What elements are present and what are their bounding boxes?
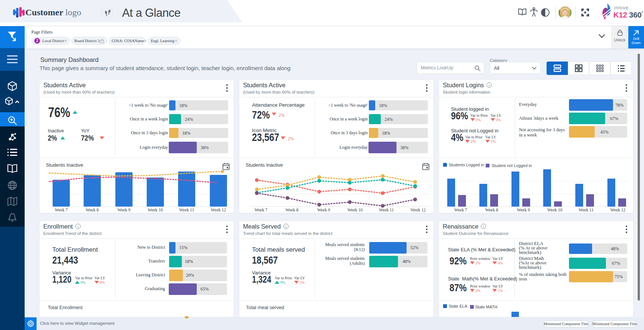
- svg-text:Week 11: Week 11: [579, 208, 594, 212]
- svg-text:Week 11: Week 11: [379, 208, 394, 212]
- svg-text:Week 11: Week 11: [179, 208, 194, 212]
- svg-text:Week 7: Week 7: [255, 208, 268, 212]
- svg-text:Week 12: Week 12: [211, 208, 226, 212]
- svg-text:Week 9: Week 9: [517, 208, 530, 212]
- svg-text:Week 10: Week 10: [547, 208, 563, 212]
- svg-text:Week 12: Week 12: [411, 208, 426, 212]
- svg-text:Week 9: Week 9: [317, 208, 330, 212]
- svg-text:Week 8: Week 8: [86, 208, 99, 212]
- svg-text:Week 7: Week 7: [55, 208, 68, 212]
- svg-text:Week 10: Week 10: [148, 208, 163, 212]
- svg-text:Week 10: Week 10: [348, 208, 363, 212]
- svg-text:Week 8: Week 8: [286, 208, 299, 212]
- svg-text:Week 7: Week 7: [454, 208, 467, 212]
- svg-text:Week 9: Week 9: [118, 208, 131, 212]
- svg-text:Week 8: Week 8: [485, 208, 498, 212]
- svg-text:Week 12: Week 12: [610, 208, 626, 212]
